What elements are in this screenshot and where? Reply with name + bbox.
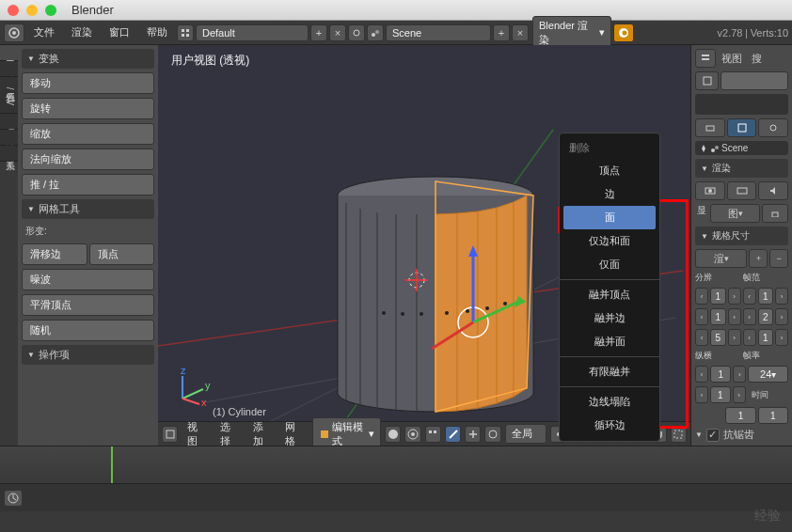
view-label[interactable]: 视图 — [718, 52, 746, 66]
edge-collapse[interactable]: 边线塌陷 — [560, 390, 659, 414]
scale-button[interactable]: 缩放 — [22, 123, 154, 145]
randomize-button[interactable]: 随机 — [22, 320, 154, 341]
res-y-input[interactable]: 1 — [710, 308, 726, 325]
prop-scene-icon[interactable] — [758, 118, 788, 137]
spinner-inc[interactable]: › — [775, 308, 788, 325]
render-preset-dropdown[interactable]: 渲 ▾ — [695, 249, 747, 268]
manipulator-toggle-icon[interactable] — [445, 426, 461, 443]
tab-grease[interactable]: 蜡笔 — [0, 130, 18, 146]
menu-render[interactable]: 渲染 — [64, 25, 100, 39]
fps-dropdown[interactable]: 24 ▾ — [748, 366, 788, 383]
dissolve-vertices[interactable]: 融并顶点 — [560, 283, 659, 306]
prop-render-layers-icon[interactable] — [727, 118, 757, 137]
render-still-button[interactable] — [695, 181, 725, 200]
spinner-inc[interactable]: › — [728, 329, 741, 346]
frame-start-input[interactable]: 1 — [758, 288, 774, 305]
menu-file[interactable]: 文件 — [26, 25, 62, 39]
dimensions-header[interactable]: 规格尺寸 — [695, 227, 788, 245]
spinner-dec[interactable]: ‹ — [695, 386, 708, 403]
display-mode-dropdown[interactable]: 图 ▾ — [710, 204, 760, 223]
spinner-dec[interactable]: ‹ — [695, 366, 708, 383]
scene-dropdown[interactable]: Scene — [386, 24, 491, 41]
tab-shading[interactable]: 着色 / UV — [0, 77, 18, 114]
timeline-track[interactable] — [0, 446, 792, 484]
spinner-dec[interactable]: ‹ — [695, 308, 708, 325]
transform-header[interactable]: 变换 — [22, 49, 154, 69]
spinner-dec[interactable]: ‹ — [695, 288, 708, 305]
spinner-dec[interactable]: ‹ — [695, 329, 708, 346]
timeline-cursor[interactable] — [111, 446, 113, 483]
preset-remove-button[interactable]: − — [769, 249, 788, 268]
delete-vertices[interactable]: 顶点 — [560, 159, 659, 182]
menu-help[interactable]: 帮助 — [139, 25, 175, 39]
spinner-inc[interactable]: › — [775, 329, 788, 346]
spinner-inc[interactable]: › — [733, 386, 746, 403]
layout-browse-icon[interactable] — [177, 24, 194, 41]
spinner-inc[interactable]: › — [728, 288, 741, 305]
spinner-dec[interactable]: ‹ — [743, 288, 756, 305]
edge-slide-button[interactable]: 滑移边 — [22, 243, 87, 265]
normal-scale-button[interactable]: 法向缩放 — [22, 149, 154, 170]
res-pct-input[interactable]: 5 — [710, 329, 726, 346]
push-pull-button[interactable]: 推 / 拉 — [22, 174, 154, 196]
noise-button[interactable]: 噪波 — [22, 269, 154, 290]
tab-relations[interactable]: 关系 — [0, 146, 18, 162]
viewport-menu-view[interactable]: 视图 — [182, 420, 211, 446]
res-x-input[interactable]: 1 — [710, 288, 726, 305]
layout-dropdown[interactable]: Default — [196, 24, 309, 41]
lock-interface-icon[interactable] — [762, 204, 788, 223]
close-window-button[interactable] — [8, 5, 19, 16]
minimize-window-button[interactable] — [26, 5, 38, 16]
translate-button[interactable]: 移动 — [22, 72, 154, 94]
mode-dropdown[interactable]: 编辑模式 ▾ — [312, 417, 381, 446]
edge-loops[interactable]: 循环边 — [560, 414, 659, 437]
manipulator-translate-icon[interactable] — [465, 426, 481, 443]
scene-remove-button[interactable]: × — [512, 24, 529, 41]
viewport-menu-select[interactable]: 选择 — [214, 420, 244, 446]
operator-header[interactable]: 操作项 — [22, 345, 154, 365]
spinner-inc[interactable]: › — [733, 366, 746, 383]
layers-icon[interactable] — [425, 426, 441, 443]
delete-only-edges-faces[interactable]: 仅边和面 — [560, 229, 659, 253]
rotate-button[interactable]: 旋转 — [22, 98, 154, 119]
aa-checkbox[interactable]: ✓ — [706, 429, 720, 442]
time-new-input[interactable]: 1 — [758, 407, 788, 424]
render-audio-button[interactable] — [758, 181, 788, 200]
smooth-vertex-button[interactable]: 平滑顶点 — [22, 294, 154, 316]
aspect-y-input[interactable]: 1 — [710, 386, 731, 403]
delete-only-faces[interactable]: 仅面 — [560, 253, 659, 276]
pivot-icon[interactable] — [404, 426, 420, 443]
editor-type-icon[interactable] — [4, 23, 24, 42]
spinner-inc[interactable]: › — [775, 288, 788, 305]
scene-browse-icon[interactable] — [348, 24, 365, 41]
spinner-dec[interactable]: ‹ — [743, 308, 756, 325]
mesh-tools-header[interactable]: 网格工具 — [22, 199, 154, 219]
viewport-menu-add[interactable]: 添加 — [247, 420, 277, 446]
spinner-inc[interactable]: › — [728, 308, 741, 325]
spinner-dec[interactable]: ‹ — [743, 329, 756, 346]
manipulator-rotate-icon[interactable] — [484, 426, 500, 443]
tab-tools[interactable]: 工具 — [0, 45, 18, 61]
viewport-menu-mesh[interactable]: 网格 — [279, 420, 309, 446]
layout-add-button[interactable]: + — [310, 24, 327, 41]
editor-type-3dview-icon[interactable] — [162, 426, 178, 443]
frame-end-input[interactable]: 2 — [758, 308, 774, 325]
pin-icon[interactable] — [699, 144, 708, 153]
tab-options[interactable]: 选项 — [0, 114, 18, 130]
frame-step-input[interactable]: 1 — [758, 329, 774, 346]
search-label[interactable]: 搜 — [748, 52, 766, 66]
outliner-scroll[interactable] — [721, 71, 788, 90]
outliner-filter-icon[interactable] — [695, 71, 719, 90]
limited-dissolve[interactable]: 有限融并 — [560, 360, 659, 383]
delete-faces[interactable]: 面 — [563, 206, 656, 229]
render-section-header[interactable]: 渲染 — [695, 159, 788, 178]
scene-add-button[interactable]: + — [493, 24, 510, 41]
prop-render-icon[interactable] — [695, 118, 725, 137]
menu-window[interactable]: 窗口 — [102, 25, 137, 39]
vertex-button[interactable]: 顶点 — [89, 243, 155, 265]
shading-mode-icon[interactable] — [385, 426, 401, 443]
render-anim-button[interactable] — [727, 181, 757, 200]
layout-remove-button[interactable]: × — [329, 24, 346, 41]
preset-add-button[interactable]: + — [749, 249, 768, 268]
tab-create[interactable]: 创建 — [0, 61, 18, 77]
